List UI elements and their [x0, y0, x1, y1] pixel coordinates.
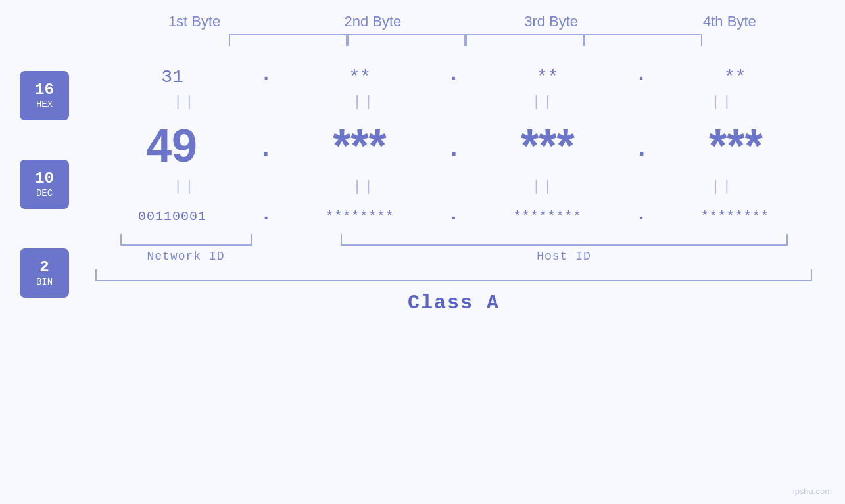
dec-badge-base: DEC [36, 188, 53, 198]
sep2-bar2: || [299, 179, 430, 195]
dec-byte2: *** [294, 120, 425, 172]
sep1-bar2: || [299, 94, 430, 110]
sep1-bar3: || [477, 94, 609, 110]
hex-byte3: ** [482, 67, 614, 87]
hex-row: 31 . ** . ** . ** [82, 64, 825, 90]
hex-badge-num: 16 [35, 82, 54, 98]
bin-byte2: ******** [294, 209, 425, 224]
badges-column: 16 HEX 10 DEC 2 BIN [20, 71, 69, 504]
bracket-top-2 [347, 34, 466, 46]
sep1-bar1: || [119, 94, 251, 110]
dot-dec-2: . [447, 136, 461, 172]
host-id-label: Host ID [341, 250, 788, 263]
values-grid: 31 . ** . ** . ** || || || || 49 . *** . [82, 51, 825, 504]
bracket-bottom-host [341, 234, 788, 246]
dec-row: 49 . *** . *** . *** [82, 120, 825, 172]
dec-badge-num: 10 [35, 171, 54, 187]
network-id-label: Network ID [120, 250, 252, 263]
bin-badge-num: 2 [39, 260, 49, 275]
bin-badge: 2 BIN [20, 248, 69, 298]
hex-badge: 16 HEX [20, 71, 69, 120]
bracket-full [95, 269, 812, 281]
bin-badge-base: BIN [36, 277, 53, 287]
byte2-header: 2nd Byte [307, 13, 439, 30]
dot-bin-2: . [448, 204, 460, 229]
bottom-brackets-row [82, 234, 825, 246]
top-brackets [117, 34, 729, 46]
sep1-bar4: || [657, 94, 788, 110]
byte1-header: 1st Byte [129, 13, 260, 30]
full-bottom-bracket [82, 269, 825, 281]
hex-byte1: 31 [107, 67, 238, 87]
hex-byte2: ** [294, 67, 425, 87]
bracket-top-1 [229, 34, 347, 46]
hex-badge-base: HEX [36, 99, 53, 110]
dec-byte1: 49 [106, 120, 237, 172]
class-label: Class A [82, 292, 825, 314]
dot-hex-3: . [636, 64, 647, 90]
bin-row: 00110001 . ******** . ******** . *******… [82, 204, 825, 229]
sep-row-2: || || || || [82, 179, 825, 195]
dec-byte4: *** [670, 120, 802, 172]
dot-hex-2: . [448, 64, 460, 90]
watermark: ipshu.com [793, 486, 832, 496]
sep2-bar3: || [477, 179, 609, 195]
dot-dec-1: . [258, 136, 273, 172]
byte-headers-row: 1st Byte 2nd Byte 3rd Byte 4th Byte [0, 13, 845, 30]
dec-byte3: *** [482, 120, 614, 172]
id-labels-row: Network ID Host ID [82, 250, 825, 263]
sep2-bar4: || [657, 179, 788, 195]
bin-byte4: ******** [669, 209, 801, 224]
bracket-top-4 [584, 34, 702, 46]
dec-badge: 10 DEC [20, 160, 69, 209]
bin-byte3: ******** [482, 209, 614, 224]
dot-hex-1: . [260, 64, 272, 90]
hex-byte4: ** [669, 67, 801, 87]
dot-dec-3: . [635, 136, 649, 172]
byte3-header: 3rd Byte [485, 13, 617, 30]
main-container: 1st Byte 2nd Byte 3rd Byte 4th Byte 16 H… [0, 0, 845, 504]
dot-bin-3: . [636, 204, 647, 229]
bracket-top-3 [466, 34, 584, 46]
dot-bin-1: . [260, 204, 272, 229]
byte4-header: 4th Byte [664, 13, 795, 30]
bin-byte1: 00110001 [107, 209, 238, 224]
sep-row-1: || || || || [82, 94, 825, 110]
sep2-bar1: || [119, 179, 251, 195]
bracket-bottom-network [120, 234, 252, 246]
